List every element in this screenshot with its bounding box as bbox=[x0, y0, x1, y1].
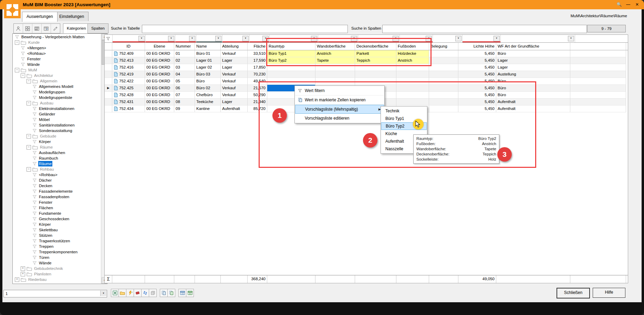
collapse-icon[interactable]: − bbox=[15, 68, 19, 72]
cell-abteilung[interactable]: Verkauf bbox=[221, 50, 248, 57]
submenu-item-technik[interactable]: Technik bbox=[381, 107, 427, 115]
tree-item-fundamente[interactable]: Fundamente bbox=[13, 211, 101, 216]
cell-nummer[interactable]: 09 bbox=[174, 105, 195, 112]
cell-wand[interactable] bbox=[315, 64, 355, 71]
cell-marker[interactable] bbox=[105, 99, 112, 105]
cell-lichte[interactable]: 5,450 bbox=[458, 50, 496, 57]
cell-nummer[interactable]: 03 bbox=[174, 64, 195, 71]
cell-sp[interactable] bbox=[570, 78, 626, 85]
column-header-name[interactable]: Name bbox=[195, 43, 221, 50]
cell-belegung[interactable] bbox=[429, 99, 458, 105]
cell-decke[interactable]: Parkett bbox=[355, 50, 396, 57]
column-filter-dropdown-icon[interactable]: ▼ bbox=[568, 36, 574, 41]
cell-id[interactable]: 752.428 bbox=[112, 92, 145, 99]
cell-belegung[interactable] bbox=[429, 105, 458, 112]
tree-item-kunde[interactable]: −Kunde bbox=[13, 40, 101, 45]
filter-cell-abteilung[interactable]: ▼ bbox=[222, 35, 250, 42]
column-header-nummer[interactable]: Nummer bbox=[174, 43, 195, 50]
cell-lichte[interactable]: 5,450 bbox=[458, 99, 496, 105]
cell-id[interactable]: 752.413 bbox=[112, 57, 145, 64]
cell-name[interactable]: Kantine bbox=[195, 105, 221, 112]
cell-belegung[interactable] bbox=[429, 64, 458, 71]
menu-item-vorschlagsliste-editieren[interactable]: Vorschlagsliste editieren bbox=[295, 114, 384, 123]
tree-item-türen[interactable]: Türen bbox=[13, 255, 101, 260]
column-filter-dropdown-icon[interactable]: ▼ bbox=[426, 36, 432, 41]
column-filter-dropdown-icon[interactable]: ▼ bbox=[189, 36, 195, 41]
column-filter-dropdown-icon[interactable]: ▼ bbox=[393, 36, 399, 41]
cell-fussboden[interactable] bbox=[396, 71, 429, 78]
cell-marker[interactable] bbox=[105, 50, 112, 57]
cell-name[interactable]: Büro 02 bbox=[195, 85, 221, 92]
tree-item-flächen[interactable]: Flächen bbox=[13, 205, 101, 211]
cell-wf[interactable]: Büro bbox=[496, 92, 570, 99]
cell-ebene[interactable]: 00 EG OKRD bbox=[145, 64, 174, 71]
filter-cell-decke[interactable]: ▼ bbox=[358, 35, 400, 42]
collapse-icon[interactable]: − bbox=[27, 145, 31, 150]
cell-fussboden[interactable] bbox=[396, 85, 429, 92]
cell-id[interactable]: 752.409 bbox=[112, 50, 145, 57]
tree-item-wände[interactable]: Wände bbox=[13, 62, 101, 67]
cell-flaeche[interactable]: 21,570 bbox=[248, 85, 267, 92]
filter-cell-lichte[interactable]: ▼ bbox=[463, 35, 501, 42]
help-button[interactable]: Hilfe bbox=[593, 288, 625, 298]
cell-marker[interactable] bbox=[105, 71, 112, 78]
column-filter-dropdown-icon[interactable]: ▼ bbox=[168, 36, 174, 41]
column-filter-dropdown-icon[interactable]: ▼ bbox=[494, 36, 500, 41]
column-filter-dropdown-icon[interactable]: ▼ bbox=[138, 36, 145, 41]
column-header-fussboden[interactable]: Fußboden bbox=[396, 43, 429, 50]
cell-flaeche[interactable]: 49,540 bbox=[248, 78, 267, 85]
cell-wand[interactable]: Tapete bbox=[315, 57, 355, 64]
cell-abteilung[interactable]: Verkauf bbox=[221, 92, 248, 99]
tree-item-tragwerksstützen[interactable]: Tragwerksstützen bbox=[13, 238, 101, 244]
tree-item-ausbau[interactable]: −Ausbau bbox=[13, 100, 101, 106]
cell-sp[interactable] bbox=[570, 105, 626, 112]
cell-abteilung[interactable]: Verkauf bbox=[221, 78, 248, 85]
cell-name[interactable]: Büro 03 bbox=[195, 71, 221, 78]
cell-belegung[interactable] bbox=[429, 57, 458, 64]
cell-id[interactable]: 752.416 bbox=[112, 64, 145, 71]
cell-abteilung[interactable]: Lager bbox=[221, 57, 248, 64]
tree-item-räume[interactable]: Räume bbox=[13, 161, 101, 166]
cell-lichte[interactable]: 5,450 bbox=[458, 57, 496, 64]
column-header-abteilung[interactable]: Abteilung bbox=[221, 43, 248, 50]
edit-filter-icon[interactable] bbox=[51, 24, 60, 33]
filter-cell-raumtyp[interactable]: ▼ bbox=[270, 35, 318, 42]
cell-sp[interactable] bbox=[570, 92, 626, 99]
expand-icon[interactable]: + bbox=[21, 272, 25, 276]
cell-name[interactable]: Lager 01 bbox=[195, 57, 221, 64]
category-grid-icon[interactable] bbox=[23, 24, 32, 33]
cell-flaeche[interactable]: 17,850 bbox=[248, 64, 267, 71]
cell-belegung[interactable] bbox=[429, 50, 458, 57]
tree-item-<rohbau>[interactable]: <Rohbau> bbox=[13, 172, 101, 177]
cell-abteilung[interactable]: Aufenthalt bbox=[221, 105, 248, 112]
column-header-wf[interactable]: WF Art der Grundfläche bbox=[496, 43, 570, 50]
filter-cell-fussboden[interactable]: ▼ bbox=[400, 35, 433, 42]
cell-marker[interactable] bbox=[105, 64, 112, 71]
filter-cell-flaeche[interactable]: ▼ bbox=[250, 35, 270, 42]
tree-item-riederbau[interactable]: +Riederbau bbox=[13, 277, 101, 282]
search-columns-input[interactable] bbox=[382, 25, 587, 33]
cell-name[interactable]: Büro 01 bbox=[195, 50, 221, 57]
tree-item-sanitärinstallationen[interactable]: Sanitärinstallationen bbox=[13, 122, 101, 128]
cell-belegung[interactable] bbox=[429, 85, 458, 92]
cell-marker[interactable] bbox=[105, 92, 112, 99]
cell-decke[interactable]: Teppich bbox=[355, 57, 396, 64]
cell-raumtyp[interactable] bbox=[267, 71, 315, 78]
tree-item-wände[interactable]: Wände bbox=[13, 260, 101, 266]
tree-item-<rohbau>[interactable]: <Rohbau> bbox=[13, 51, 101, 56]
cell-name[interactable]: Chefbüro bbox=[195, 92, 221, 99]
tree-item-gebäudetechnik[interactable]: +Gebäudetechnik bbox=[13, 266, 101, 271]
menu-item-vorschlagsliste-mehrspaltig[interactable]: Vorschlagsliste (Mehrspaltig)▶ bbox=[295, 105, 384, 114]
tree-item-ausbauflächen[interactable]: Ausbauflächen bbox=[13, 150, 101, 155]
cell-sp[interactable] bbox=[570, 99, 626, 105]
cell-ebene[interactable]: 00 EG OKRD bbox=[145, 105, 174, 112]
column-filter-dropdown-icon[interactable]: ▼ bbox=[351, 36, 357, 41]
tree-item-fassadenpfosten[interactable]: Fassadenpfosten bbox=[13, 194, 101, 200]
cell-belegung[interactable] bbox=[429, 92, 458, 99]
cell-wf[interactable]: Büro bbox=[496, 50, 570, 57]
column-header-marker[interactable] bbox=[105, 43, 112, 50]
tree-item-räume[interactable]: −Räume bbox=[13, 144, 101, 150]
tree-item-elektroinstallationen[interactable]: Elektroinstallationen bbox=[13, 106, 101, 111]
tree-item-fassadenelemente[interactable]: Fassadenelemente bbox=[13, 189, 101, 194]
cell-decke[interactable] bbox=[355, 64, 396, 71]
